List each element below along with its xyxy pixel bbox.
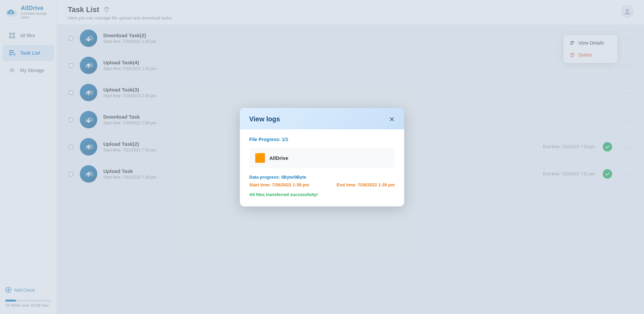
modal-header: View logs ✕ bbox=[240, 108, 404, 129]
end-time-label: End time: bbox=[337, 182, 358, 187]
modal-file-progress: File Progress: 1/1 bbox=[249, 137, 395, 142]
file-progress-value: 1/1 bbox=[282, 137, 288, 142]
folder-icon: 🟧 bbox=[255, 153, 265, 163]
modal-title: View logs bbox=[249, 115, 280, 123]
modal-folder: 🟧 AllDrive bbox=[249, 148, 395, 168]
modal-success-message[interactable]: All files transferred successfully! bbox=[249, 192, 395, 197]
data-progress-label: Data progress: bbox=[249, 175, 281, 180]
data-progress-value: 0Byte/0Byte bbox=[281, 175, 306, 180]
modal-data-progress: Data progress: 0Byte/0Byte bbox=[249, 175, 395, 180]
modal-end-time: End time: 7/26/2022 1:39 pm bbox=[337, 182, 395, 187]
modal-body: File Progress: 1/1 🟧 AllDrive Data progr… bbox=[240, 129, 404, 206]
file-progress-label: File Progress: bbox=[249, 137, 282, 142]
start-time-label: Start time: bbox=[249, 182, 272, 187]
end-time-value: 7/26/2022 1:39 pm bbox=[358, 182, 395, 187]
modal-start-time: Start time: 7/26/2022 1:39 pm bbox=[249, 182, 309, 187]
view-logs-modal: View logs ✕ File Progress: 1/1 🟧 AllDriv… bbox=[240, 108, 404, 206]
modal-overlay[interactable]: View logs ✕ File Progress: 1/1 🟧 AllDriv… bbox=[0, 0, 644, 314]
modal-close-button[interactable]: ✕ bbox=[389, 115, 395, 123]
folder-name: AllDrive bbox=[269, 155, 288, 161]
start-time-value: 7/26/2022 1:39 pm bbox=[272, 182, 309, 187]
modal-times: Start time: 7/26/2022 1:39 pm End time: … bbox=[249, 182, 395, 187]
